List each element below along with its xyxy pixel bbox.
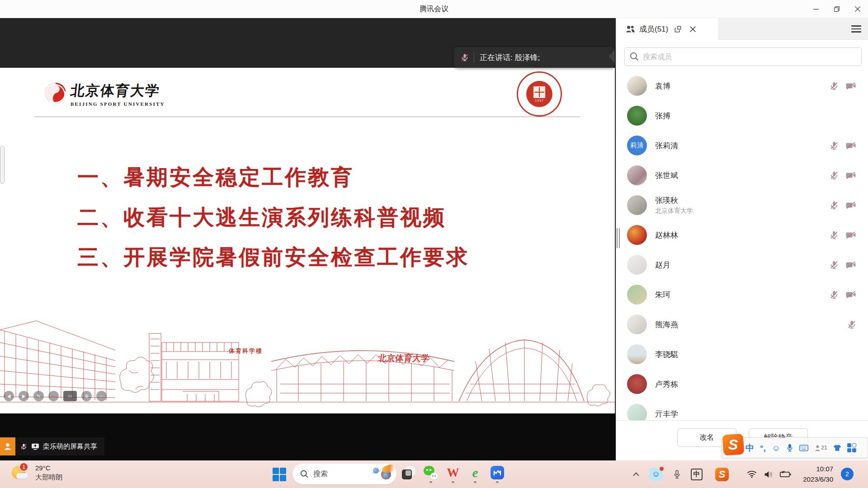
camera-off-icon[interactable] — [845, 260, 857, 270]
popout-panel-icon[interactable] — [672, 23, 683, 34]
taskbar-app-meeting[interactable] — [490, 466, 505, 483]
member-row[interactable]: 朱珂 — [616, 280, 868, 310]
camera-off-icon[interactable] — [845, 230, 857, 240]
tray-notify-app-icon[interactable]: ☺ — [648, 460, 664, 488]
member-name: 李骁騉 — [655, 349, 857, 360]
member-name: 张世斌 — [655, 170, 829, 181]
notification-count-badge[interactable]: 2 — [841, 468, 854, 480]
search-members-input[interactable] — [624, 47, 862, 66]
member-row[interactable]: 熊海燕 — [616, 310, 868, 339]
panel-menu-icon[interactable] — [851, 24, 861, 34]
camera-off-icon[interactable] — [845, 290, 857, 300]
tray-chevron-icon[interactable] — [629, 460, 643, 488]
wifi-icon[interactable] — [745, 460, 759, 488]
ie-browser-icon: e — [472, 466, 478, 479]
taskbar-search-placeholder: 搜索 — [313, 469, 368, 479]
member-list[interactable]: 袁博 张搏 莉清 张莉清 张世斌 — [616, 71, 868, 420]
university-logo: 北京体育大学 BEIJING SPORT UNIVERSITY — [44, 81, 165, 107]
camera-off-icon[interactable] — [845, 170, 857, 180]
weather-widget[interactable]: 1 29°C 大部晴朗 — [12, 463, 62, 482]
wps-icon: W — [447, 466, 459, 479]
window-titlebar: 腾讯会议 — [0, 0, 868, 18]
slide-scroll-handle[interactable] — [0, 146, 5, 184]
building-label: 体育科学楼 — [229, 347, 263, 355]
mic-muted-icon — [20, 443, 28, 450]
taskbar-app-explorer[interactable] — [401, 466, 416, 483]
member-name: 熊海燕 — [655, 319, 847, 330]
more-options-button[interactable]: ⋯ — [96, 391, 107, 401]
weather-description: 大部晴朗 — [35, 473, 62, 482]
close-panel-icon[interactable] — [687, 23, 698, 34]
member-row[interactable]: 张世斌 — [616, 160, 868, 190]
panel-resize-handle[interactable] — [617, 228, 620, 248]
zoom-tool-button[interactable]: ⊕ — [81, 391, 92, 401]
taskbar-clock[interactable]: 10:07 2023/6/30 — [803, 464, 833, 484]
laser-tool-button[interactable]: ● — [48, 391, 59, 401]
member-row[interactable]: 李骁騉 — [616, 339, 868, 369]
mic-muted-icon[interactable] — [829, 230, 839, 240]
tray-sogou-icon[interactable]: S — [714, 460, 730, 488]
college-seal: 1957 — [517, 71, 562, 117]
volume-icon[interactable] — [761, 460, 775, 488]
mic-muted-icon[interactable] — [829, 170, 839, 180]
member-row[interactable]: 亓丰学 — [616, 399, 868, 420]
start-button[interactable] — [272, 467, 287, 482]
member-row[interactable]: 卢秀栋 — [616, 369, 868, 399]
member-avatar — [627, 404, 647, 420]
member-name: 张莉清 — [655, 141, 829, 151]
ime-shirt-icon[interactable] — [833, 444, 841, 451]
tray-mic-icon[interactable] — [670, 460, 684, 488]
mic-muted-icon[interactable] — [829, 200, 839, 210]
member-avatar — [627, 76, 647, 96]
member-avatar — [627, 285, 647, 305]
search-highlight-icon — [372, 466, 392, 482]
minimize-button[interactable] — [806, 0, 826, 18]
member-avatar — [627, 314, 647, 334]
members-panel-header: 成员(51) — [616, 18, 868, 40]
agenda-item-2: 二、收看十大逃生演系列练科普视频 — [77, 203, 446, 232]
ime-punctuation-toggle[interactable]: °, — [760, 444, 766, 452]
mic-muted-icon[interactable] — [829, 260, 839, 270]
member-name: 亓丰学 — [655, 409, 857, 419]
restore-button[interactable] — [826, 0, 847, 18]
ime-emoji-icon[interactable]: ☺ — [772, 444, 780, 452]
pen-tool-button[interactable]: ✎ — [33, 391, 44, 401]
mic-muted-icon[interactable] — [847, 319, 857, 329]
member-row[interactable]: 袁博 — [616, 71, 868, 101]
agenda-item-3: 三、开展学院暑假前安全检查工作要求 — [77, 243, 469, 272]
mic-muted-icon[interactable] — [829, 290, 839, 300]
mic-muted-icon[interactable] — [829, 81, 839, 91]
university-name-cn: 北京体育大学 — [70, 81, 166, 100]
battery-icon[interactable] — [778, 460, 793, 488]
mic-muted-icon[interactable] — [829, 141, 839, 150]
members-tab[interactable]: 成员(51) — [616, 18, 718, 40]
show-all-slides-button[interactable]: ▭ — [63, 391, 77, 401]
taskbar-app-browser[interactable]: e — [468, 466, 482, 483]
camera-off-icon[interactable] — [845, 141, 857, 150]
member-status-icons — [829, 141, 857, 150]
taskbar-app-wps[interactable]: W — [446, 466, 460, 483]
member-row[interactable]: 张搏 — [616, 101, 868, 131]
member-row[interactable]: 莉清 张莉清 — [616, 131, 868, 160]
member-status-icons — [829, 260, 857, 270]
window-title: 腾讯会议 — [0, 0, 868, 18]
close-icon[interactable] — [847, 0, 868, 18]
camera-off-icon[interactable] — [845, 200, 857, 210]
prev-slide-button[interactable]: ◀ — [4, 391, 14, 401]
taskbar-search[interactable]: 搜索 — [292, 464, 396, 484]
camera-off-icon[interactable] — [845, 81, 857, 91]
ime-toolbox-icon[interactable] — [847, 443, 856, 452]
sogou-logo-icon[interactable]: S — [722, 433, 744, 455]
member-name: 袁博 — [655, 81, 829, 91]
member-row[interactable]: 赵月 — [616, 250, 868, 280]
ime-skin-icon[interactable]: 21 — [814, 445, 827, 451]
member-row[interactable]: 赵林林 — [616, 220, 868, 250]
next-slide-button[interactable]: ▶ — [19, 391, 29, 401]
taskbar-app-wechat[interactable] — [424, 466, 438, 483]
tray-ime-indicator[interactable]: 中 — [690, 460, 703, 488]
member-row[interactable]: 张瑛秋 北京体育大学 — [616, 190, 868, 220]
ime-voice-icon[interactable] — [786, 444, 793, 452]
member-status-icons — [829, 170, 857, 180]
ime-mode-toggle[interactable]: 中 — [745, 444, 754, 452]
ime-keyboard-icon[interactable] — [799, 445, 808, 451]
